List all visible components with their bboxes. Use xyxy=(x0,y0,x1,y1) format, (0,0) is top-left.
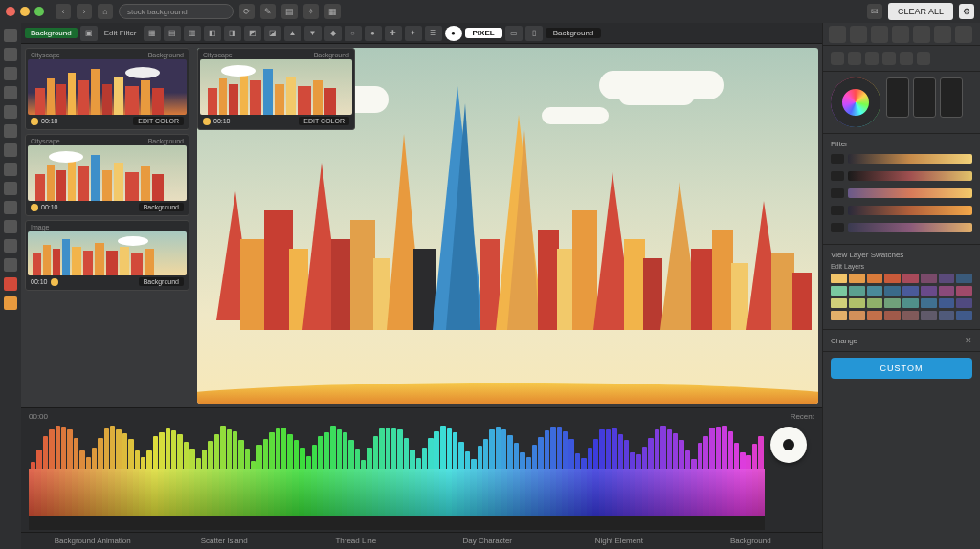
opt-icon-4[interactable]: ▥ xyxy=(184,26,201,41)
pointer-tool-icon[interactable] xyxy=(4,29,17,42)
opt-icon-3[interactable]: ▤ xyxy=(164,26,181,41)
color-swatch[interactable] xyxy=(831,286,847,296)
panel-shape-icon[interactable] xyxy=(955,26,972,43)
gradient-bar[interactable] xyxy=(848,223,972,232)
thumbnail-item[interactable]: CityscapeBackground 00:10EDIT COLOR xyxy=(25,48,189,130)
play-knob[interactable] xyxy=(770,427,807,463)
color-swatch[interactable] xyxy=(884,311,901,320)
next-icon[interactable] xyxy=(865,52,879,65)
zoom-tool-icon[interactable] xyxy=(4,258,17,272)
panel-brush-icon[interactable] xyxy=(871,26,888,43)
color-swatch[interactable] xyxy=(956,274,972,283)
color-swatch[interactable] xyxy=(956,286,972,296)
spectrum-track[interactable] xyxy=(29,427,765,530)
color-swatch[interactable] xyxy=(867,311,883,320)
brush-tool-icon[interactable] xyxy=(4,105,17,119)
crop-tool-icon[interactable] xyxy=(4,86,17,99)
gradient-bar[interactable] xyxy=(848,154,972,164)
color-swatch[interactable] xyxy=(939,286,955,296)
color-wheel[interactable] xyxy=(831,77,880,127)
minimize-icon[interactable] xyxy=(20,7,30,16)
color-swatch[interactable] xyxy=(902,286,919,296)
footer-tab[interactable]: Background Animation xyxy=(31,537,155,545)
pen-tool-icon[interactable] xyxy=(4,201,17,214)
pixel-mode-pill[interactable]: PIXEL xyxy=(465,28,502,38)
swatch-chip[interactable] xyxy=(913,77,936,118)
bg-color-chip[interactable] xyxy=(4,296,17,310)
grad-chip[interactable] xyxy=(831,206,844,215)
grad-chip[interactable] xyxy=(831,154,844,164)
brush-icon[interactable]: ✎ xyxy=(260,4,276,19)
footer-tab[interactable]: Day Character xyxy=(426,537,550,545)
loop-icon[interactable] xyxy=(900,52,913,65)
opt-icon-13[interactable]: ● xyxy=(365,26,382,41)
mode-dropdown[interactable]: Background xyxy=(546,28,602,38)
hand-tool-icon[interactable] xyxy=(4,239,17,253)
fx-icon[interactable]: ✧ xyxy=(303,4,319,19)
opt-icon-12[interactable]: ○ xyxy=(345,26,362,41)
panel-fill-icon[interactable] xyxy=(913,26,930,43)
color-swatch[interactable] xyxy=(831,311,847,320)
color-swatch[interactable] xyxy=(884,298,901,308)
opt-icon-8[interactable]: ◪ xyxy=(264,26,281,41)
color-swatch[interactable] xyxy=(867,274,883,283)
clone-tool-icon[interactable] xyxy=(4,124,17,138)
opt-icon-10[interactable]: ▼ xyxy=(304,26,322,41)
play-icon[interactable] xyxy=(848,52,861,65)
color-swatch[interactable] xyxy=(831,274,847,283)
opt-icon-11[interactable]: ◆ xyxy=(324,26,342,41)
grad-chip[interactable] xyxy=(831,188,844,198)
nav-back-button[interactable]: ‹ xyxy=(56,4,71,19)
prev-icon[interactable] xyxy=(831,52,844,65)
refresh-button[interactable]: ⟳ xyxy=(239,4,255,19)
color-swatch[interactable] xyxy=(867,286,883,296)
grad-chip[interactable] xyxy=(831,171,844,181)
thumb-action-button[interactable]: EDIT COLOR xyxy=(299,117,349,125)
color-swatch[interactable] xyxy=(921,311,937,320)
color-swatch[interactable] xyxy=(902,274,919,283)
color-swatch[interactable] xyxy=(921,298,937,308)
color-swatch[interactable] xyxy=(902,298,919,308)
thumb-action-button[interactable]: EDIT COLOR xyxy=(133,117,184,125)
panel-text-icon[interactable] xyxy=(934,26,951,43)
search-input[interactable]: stock background xyxy=(119,4,234,19)
thumbnail-item[interactable]: Image 00:10Background xyxy=(25,220,189,291)
footer-tab[interactable]: Scatter Island xyxy=(163,537,287,545)
footer-tab[interactable]: Thread Line xyxy=(294,537,418,545)
opt-icon-5[interactable]: ◧ xyxy=(204,26,221,41)
color-swatch[interactable] xyxy=(921,274,937,283)
opt-icon-14[interactable]: ✚ xyxy=(385,26,402,41)
gradient-bar[interactable] xyxy=(848,171,972,181)
image-icon[interactable]: ▦ xyxy=(324,4,341,19)
thumbnail-item[interactable]: CityscapeBackground 00:10Background xyxy=(25,134,189,216)
marquee-tool-icon[interactable] xyxy=(4,48,17,61)
stop-icon[interactable] xyxy=(882,52,896,65)
opt-icon-18[interactable]: ▯ xyxy=(525,26,543,41)
color-swatch[interactable] xyxy=(902,311,919,320)
lasso-tool-icon[interactable] xyxy=(4,67,17,80)
settings-icon[interactable]: ⚙ xyxy=(959,4,974,19)
close-icon[interactable]: ✕ xyxy=(965,336,972,345)
panel-select-icon[interactable] xyxy=(829,26,846,43)
opt-icon-17[interactable]: ▭ xyxy=(505,26,523,41)
opt-icon-16[interactable]: ☰ xyxy=(425,26,442,41)
opt-icon-7[interactable]: ◩ xyxy=(244,26,261,41)
fg-color-chip[interactable] xyxy=(4,277,17,291)
gradient-tool-icon[interactable] xyxy=(4,163,17,176)
custom-button[interactable]: CUSTOM xyxy=(831,358,972,379)
swatch-chip[interactable] xyxy=(886,77,909,118)
layers-icon[interactable]: ▤ xyxy=(281,4,298,19)
text-tool-icon[interactable] xyxy=(4,182,17,195)
gradient-bar[interactable] xyxy=(848,188,972,198)
opt-icon-6[interactable]: ◨ xyxy=(224,26,241,41)
thumbnail-item-overlay[interactable]: CityscapeBackground 00:10EDIT COLOR xyxy=(197,48,355,130)
close-icon[interactable] xyxy=(6,7,15,16)
opt-icon-1[interactable]: ▣ xyxy=(80,26,98,41)
color-swatch[interactable] xyxy=(849,286,865,296)
record-icon[interactable] xyxy=(917,52,930,65)
color-swatch[interactable] xyxy=(884,274,901,283)
edit-filter-label[interactable]: Edit Filter xyxy=(100,29,141,37)
footer-tab[interactable]: Night Element xyxy=(557,537,681,545)
color-swatch[interactable] xyxy=(939,274,955,283)
thumb-action-button[interactable]: Background xyxy=(139,277,184,286)
